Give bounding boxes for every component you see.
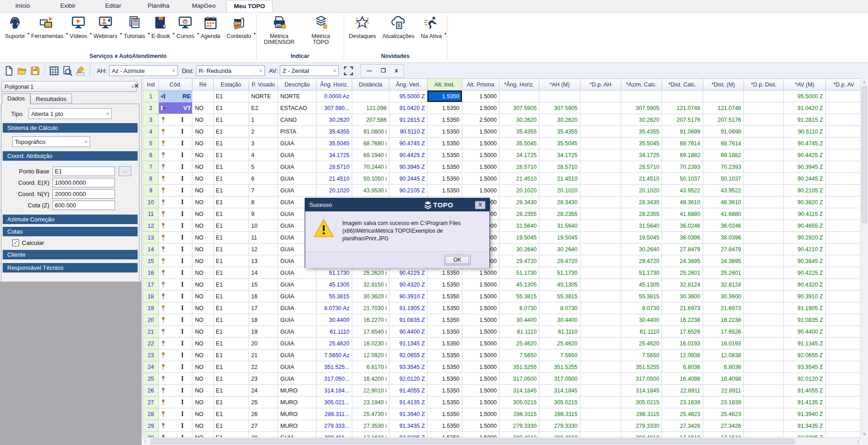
grid-cell[interactable]: 1.5000 (462, 349, 499, 361)
grid-cell[interactable]: 20.1020 (539, 185, 580, 196)
grid-cell[interactable]: 27.3530 i (352, 420, 389, 432)
grid-cell[interactable]: 95.5000 Z (784, 91, 825, 102)
grid-cell[interactable]: 30.4400 (499, 314, 539, 326)
grid-cell[interactable]: 28.5710 (539, 161, 580, 173)
grid-cell[interactable] (825, 385, 861, 397)
grid-cell[interactable]: 90.4400 Z (389, 326, 427, 338)
scroll-down-icon[interactable]: ˅ (861, 431, 868, 436)
tab-planilha[interactable]: Planilha (136, 0, 181, 12)
restore-button[interactable]: ❐ (381, 68, 386, 73)
grid-cell[interactable] (743, 397, 783, 408)
grid-cell[interactable] (743, 126, 783, 138)
column-header-alt-inst[interactable]: Alt. Inst. (427, 79, 462, 91)
column-header-p-visado[interactable]: P. Visado (249, 79, 278, 91)
grid-cell[interactable]: E1 (213, 420, 249, 432)
grid-cell[interactable] (743, 149, 783, 161)
grid-cell[interactable]: 25.4620 (317, 338, 352, 349)
grid-cell[interactable]: 12.0838 (703, 349, 743, 361)
grid-cell[interactable]: 11 (249, 232, 278, 244)
grid-cell[interactable]: 1.5350 (427, 114, 462, 126)
grid-cell[interactable]: 2.5000 (462, 114, 499, 126)
column-header-d-p-av[interactable]: *D.p. AV (825, 79, 861, 91)
grid-cell[interactable]: 121.0748 (662, 102, 703, 114)
grid-cell[interactable]: NO (192, 373, 213, 385)
grid-cell[interactable]: 70.2393 (703, 161, 743, 173)
grid-cell[interactable]: 61.1110 (539, 326, 580, 338)
grid-cell[interactable]: 1.5000 (462, 291, 499, 302)
grid-cell[interactable]: 25.4620 (539, 338, 580, 349)
grid-cell[interactable]: 90.4225 Z (389, 267, 427, 279)
grid-cell[interactable]: 21.4510 (499, 173, 539, 185)
grid-cell[interactable]: 16.2238 (662, 314, 703, 326)
grid-cell[interactable]: 90.3910 Z (784, 291, 825, 302)
cota-z-input[interactable]: 600.000 (53, 201, 115, 210)
grid-cell[interactable]: 91.3435 Z (784, 420, 825, 432)
grid-cell[interactable]: NO (192, 385, 213, 397)
row-number[interactable]: 5 (143, 138, 159, 149)
grid-cell-cod[interactable]: I (159, 208, 192, 220)
grid-cell[interactable]: 1.5350 (427, 302, 462, 314)
grid-cell[interactable]: 25.4730 i (352, 408, 389, 420)
grid-cell[interactable]: NO (192, 279, 213, 291)
grid-cell[interactable]: 1.5350 (427, 432, 462, 438)
ribbon-item-agenda[interactable]: Agenda (197, 14, 223, 40)
grid-cell[interactable]: GUIA (278, 185, 317, 196)
row-number[interactable]: 19 (143, 302, 159, 314)
grid-cell[interactable]: 91.3940 Z (784, 408, 825, 420)
grid-cell[interactable]: 300.4010 (539, 432, 580, 438)
grid-cell[interactable]: 28.5710 (621, 161, 662, 173)
grid-cell[interactable]: 93.3545 Z (784, 361, 825, 373)
grid-cell[interactable]: E1 (213, 220, 249, 232)
grid-cell[interactable]: 90.4425 Z (389, 149, 427, 161)
grid-cell[interactable] (825, 102, 861, 114)
grid-cell-cod[interactable]: I (159, 338, 192, 349)
row-number[interactable]: 8 (143, 173, 159, 185)
grid-cell[interactable]: ESTACAO (278, 102, 317, 114)
grid-cell[interactable]: 43.9530 i (352, 185, 389, 196)
row-number[interactable]: 7 (143, 161, 159, 173)
grid-cell[interactable] (662, 91, 703, 102)
grid-cell[interactable]: 7.5650 (621, 349, 662, 361)
grid-cell[interactable]: 6.8036 (703, 361, 743, 373)
grid-cell[interactable]: GUIA (278, 267, 317, 279)
ribbon-item-webinars[interactable]: ▾ Webinars (91, 14, 121, 40)
grid-cell[interactable]: 7.5650 (539, 349, 580, 361)
row-number[interactable]: 2 (143, 102, 159, 114)
grid-cell[interactable]: 32.8150 i (352, 279, 389, 291)
grid-cell[interactable] (580, 291, 621, 302)
grid-cell[interactable]: E1 (213, 232, 249, 244)
grid-cell[interactable]: GUIA (278, 314, 317, 326)
grid-cell[interactable]: 1.5000 (462, 138, 499, 149)
grid-cell[interactable] (352, 91, 389, 102)
grid-cell[interactable]: 30.4400 (621, 314, 662, 326)
grid-cell[interactable]: 30.2620 (499, 114, 539, 126)
grid-cell[interactable]: 22.8911 (662, 385, 703, 397)
grid-cell[interactable]: E1 (213, 173, 249, 185)
grid-cell[interactable]: MURO (278, 408, 317, 420)
grid-cell[interactable]: 25 (249, 397, 278, 408)
grid-cell[interactable]: 28.2355 (621, 208, 662, 220)
grid-cell[interactable]: 300.4010 (499, 432, 539, 438)
row-number[interactable]: 12 (143, 220, 159, 232)
grid-cell[interactable]: 30.3600 (703, 291, 743, 302)
column-header-descric-a-o[interactable]: Descrição (278, 79, 317, 91)
av-select[interactable]: Z - Zenital˅ (280, 65, 339, 76)
grid-cell[interactable]: NO (192, 114, 213, 126)
grid-cell[interactable]: NO (192, 185, 213, 196)
grid-cell[interactable]: NO (192, 102, 213, 114)
grid-cell[interactable] (580, 91, 621, 102)
grid-cell[interactable]: 21.4510 (317, 173, 352, 185)
row-number[interactable]: 24 (143, 361, 159, 373)
grid-cell[interactable]: 28.5710 (317, 161, 352, 173)
grid-cell[interactable] (825, 244, 861, 255)
dist-select[interactable]: R- Reduzida˅ (196, 65, 265, 76)
grid-cell[interactable]: 29.4720 (621, 255, 662, 267)
grid-cell[interactable]: NO (192, 349, 213, 361)
grid-cell[interactable]: 61.1110 (499, 326, 539, 338)
grid-cell[interactable]: E1 (213, 196, 249, 208)
grid-cell[interactable] (825, 196, 861, 208)
grid-cell[interactable] (580, 149, 621, 161)
grid-cell[interactable]: 1.5000 (462, 102, 499, 114)
grid-cell[interactable]: NO (192, 161, 213, 173)
grid-cell[interactable]: 1.5350 (427, 314, 462, 326)
